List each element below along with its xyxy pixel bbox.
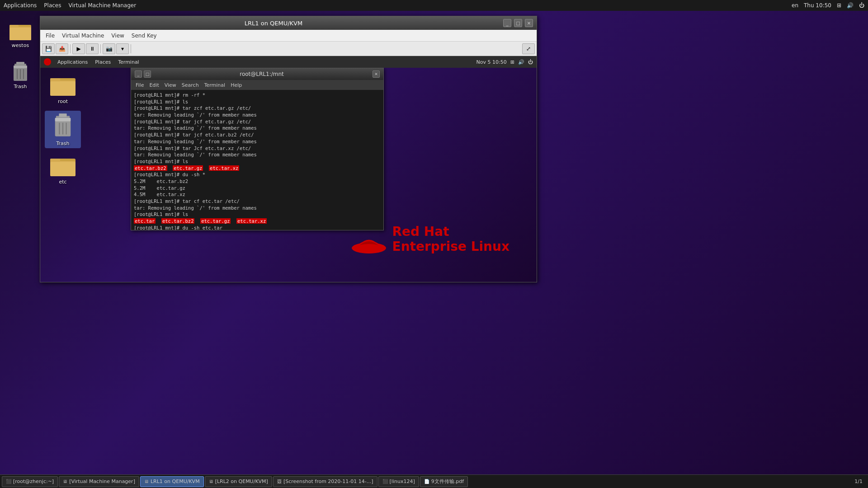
svg-point-28 <box>358 244 380 249</box>
svg-rect-18 <box>55 118 71 122</box>
taskbar-item-lrl1[interactable]: 🖥 LRL1 on QEMU/KVM <box>140 476 204 487</box>
toolbar-sep-3 <box>131 44 131 53</box>
taskbar-item-vmm[interactable]: 🖥 [Virtual Machine Manager] <box>59 476 139 487</box>
vm-tool-dropdown[interactable]: ▾ <box>116 43 129 54</box>
terminal-line: etc.tar etc.tar.bz2 etc.tar.gz etc.tar.x… <box>134 218 381 225</box>
terminal-minimize-btn[interactable]: _ <box>135 70 142 78</box>
terminal-menu-edit[interactable]: Edit <box>146 82 161 89</box>
vm-menu-sendkey[interactable]: Send Key <box>128 32 160 40</box>
terminal-menu-file[interactable]: File <box>133 82 146 89</box>
vm-close-btn[interactable]: ✕ <box>525 19 533 27</box>
taskbar-item-lrl2-label: [LRL2 on QEMU/KVM] <box>215 479 268 484</box>
taskbar-page-indicator: 1/1 <box>851 479 866 484</box>
vm-tool-send[interactable]: 📤 <box>56 43 68 54</box>
guest-icon-trash-label: Trash <box>56 141 69 146</box>
network-icon: ⊞ <box>837 2 841 9</box>
terminal-menu-terminal[interactable]: Terminal <box>202 82 228 89</box>
vm-menu-view[interactable]: View <box>108 32 127 40</box>
vm-tool-fullscreen[interactable]: ⤢ <box>522 43 535 54</box>
svg-rect-7 <box>14 66 27 68</box>
places-menu[interactable]: Places <box>44 2 61 9</box>
taskbar-item-lrl2[interactable]: 🖥 [LRL2 on QEMU/KVM] <box>205 476 272 487</box>
terminal-line: tar: Removing leading `/' from member na… <box>134 138 381 145</box>
terminal-maximize-btn[interactable]: □ <box>144 70 151 78</box>
taskbar-item-pdf-label: 9文件传输.pdf <box>431 478 464 485</box>
taskbar-item-screenshot[interactable]: 🖼 [Screenshot from 2020-11-01 14-...] <box>273 476 377 487</box>
host-topbar: Applications Places Virtual Machine Mana… <box>0 0 868 11</box>
guest-folder-root-icon <box>50 74 75 98</box>
guest-apps-menu[interactable]: Applications <box>54 58 91 66</box>
toolbar-sep-2 <box>100 44 101 53</box>
taskbar-item-terminal-host[interactable]: ⬛ [root@zhenjc:~] <box>2 476 58 487</box>
taskbar-item-pdf[interactable]: 📄 9文件传输.pdf <box>420 476 468 487</box>
vm-maximize-btn[interactable]: □ <box>514 19 522 27</box>
guest-network-icon: ⊞ <box>510 59 514 65</box>
apps-menu[interactable]: Applications <box>4 2 37 9</box>
desktop-icon-westos[interactable]: westos <box>5 18 36 50</box>
guest-icon-trash[interactable]: Trash <box>45 111 81 148</box>
guest-topbar: Applications Places Terminal Nov 5 10:50… <box>40 56 537 68</box>
terminal-titlebar: _ □ root@LRL1:/mnt ✕ <box>131 68 383 80</box>
svg-rect-3 <box>9 28 31 40</box>
taskbar-item-lrl1-label: LRL1 on QEMU/KVM <box>151 479 200 484</box>
svg-rect-5 <box>16 62 24 65</box>
svg-rect-14 <box>50 81 75 96</box>
svg-rect-16 <box>59 113 66 117</box>
desktop-icon-trash-label: Trash <box>14 84 27 89</box>
terminal-line: tar: Removing leading `/' from member na… <box>134 151 381 158</box>
vm-menubar: File Virtual Machine View Send Key <box>40 30 537 42</box>
vm-menu-file[interactable]: File <box>42 32 58 40</box>
terminal-line: [root@LRL1 mnt]# tar zcf etc.tar.gz /etc… <box>134 105 381 112</box>
guest-terminal-menu[interactable]: Terminal <box>114 58 143 66</box>
vm-minimize-btn[interactable]: _ <box>503 19 511 27</box>
terminal-close-btn[interactable]: ✕ <box>373 70 380 78</box>
terminal-menubar: File Edit View Search Terminal Help <box>131 80 383 90</box>
vm-tool-play[interactable]: ▶ <box>72 43 85 54</box>
vm-titlebar: LRL1 on QEMU/KVM _ □ ✕ <box>40 16 537 30</box>
redhat-hat-icon <box>351 223 387 255</box>
terminal-line: [root@LRL1 mnt]# tar cf etc.tar /etc/ <box>134 198 381 205</box>
guest-places-menu[interactable]: Places <box>91 58 114 66</box>
volume-icon: 🔊 <box>847 2 854 9</box>
vmm-menu[interactable]: Virtual Machine Manager <box>68 2 136 9</box>
vm-tool-floppy[interactable]: 💾 <box>42 43 55 54</box>
guest-power-icon[interactable]: ⏻ <box>528 59 533 65</box>
vm-toolbar: 💾 📤 ▶ ⏸ 📷 ▾ ⤢ <box>40 42 537 56</box>
terminal-line: [root@LRL1 mnt]# tar Jcf etc.tar.xz /etc… <box>134 145 381 152</box>
terminal-line: [root@LRL1 mnt]# tar jcf etc.tar.gz /etc… <box>134 118 381 125</box>
terminal-line: [root@LRL1 mnt]# ls <box>134 158 381 165</box>
terminal-body[interactable]: [root@LRL1 mnt]# rm -rf *[root@LRL1 mnt]… <box>131 90 383 230</box>
redhat-text-line2: Enterprise Linux <box>392 239 509 254</box>
lang-indicator: en <box>792 2 798 9</box>
desktop-icon-westos-label: westos <box>12 42 29 48</box>
terminal-line: tar: Removing leading `/' from member na… <box>134 125 381 131</box>
guest-volume-icon: 🔊 <box>518 59 524 65</box>
trash-icon <box>9 61 31 83</box>
taskbar-item-linux124[interactable]: ⬛ [linux124] <box>378 476 419 487</box>
terminal-line: 5.2M etc.tar.bz2 <box>134 178 381 185</box>
terminal-line: tar: Removing leading `/' from member na… <box>134 205 381 211</box>
guest-datetime: Nov 5 10:50 <box>476 59 507 65</box>
redhat-logo: Red Hat Enterprise Linux <box>351 223 509 255</box>
vm-window: LRL1 on QEMU/KVM _ □ ✕ File Virtual Mach… <box>40 16 537 282</box>
terminal-title: root@LRL1:/mnt <box>151 71 373 77</box>
vm-tool-pause[interactable]: ⏸ <box>86 43 99 54</box>
terminal-line: [root@LRL1 mnt]# du -sh * <box>134 171 381 178</box>
vm-menu-vm[interactable]: Virtual Machine <box>58 32 108 40</box>
terminal-menu-help[interactable]: Help <box>228 82 245 89</box>
guest-icon-root[interactable]: root <box>45 72 81 106</box>
vm-tool-screenshot[interactable]: 📷 <box>103 43 115 54</box>
terminal-window: _ □ root@LRL1:/mnt ✕ File Edit View Sear… <box>131 68 384 230</box>
guest-folder-etc-icon <box>50 155 75 178</box>
terminal-menu-view[interactable]: View <box>162 82 179 89</box>
power-icon[interactable]: ⏻ <box>859 2 864 9</box>
desktop-icon-trash[interactable]: Trash <box>5 59 36 91</box>
guest-trash-icon <box>52 113 74 140</box>
terminal-menu-search[interactable]: Search <box>179 82 202 89</box>
guest-icon-etc[interactable]: etc <box>45 153 81 187</box>
terminal-line: [root@LRL1 mnt]# ls <box>134 99 381 105</box>
terminal-line: 5.2M etc.tar.gz <box>134 185 381 192</box>
terminal-line: [root@LRL1 mnt]# tar jcf etc.tar.bz2 /et… <box>134 131 381 138</box>
taskbar: ⬛ [root@zhenjc:~] 🖥 [Virtual Machine Man… <box>0 474 868 488</box>
guest-icon-root-label: root <box>58 99 68 104</box>
